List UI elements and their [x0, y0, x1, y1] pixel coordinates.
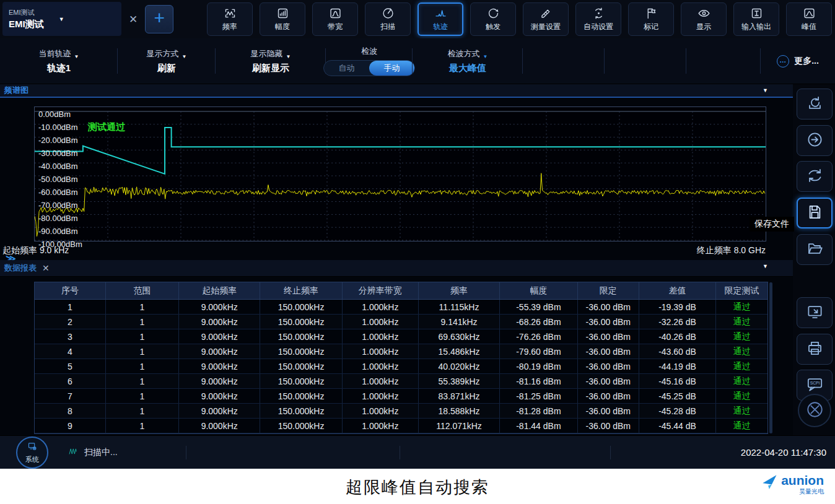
y-axis-tick-label: -20.00dBm: [38, 136, 78, 144]
reset-measure-button[interactable]: [797, 89, 833, 119]
table-cell: -68.26 dBm: [500, 315, 577, 329]
close-cross-button[interactable]: [798, 394, 831, 427]
table-row[interactable]: 719.000kHz150.000kHz1.000kHz83.871kHz-81…: [35, 389, 767, 404]
toolbar-button-sweep[interactable]: 扫描: [365, 2, 411, 36]
table-row[interactable]: 819.000kHz150.000kHz1.000kHz18.588kHz-81…: [35, 404, 767, 419]
toolbar-button-amplitude[interactable]: 幅度: [260, 2, 305, 36]
table-cell: -79.60 dBm: [500, 344, 577, 358]
scan-status-text: 扫描中...: [84, 447, 118, 458]
close-icon[interactable]: ✕: [42, 263, 50, 273]
waveform-icon: [67, 447, 79, 458]
add-tab-button[interactable]: +: [145, 5, 173, 33]
table-row[interactable]: 219.000kHz150.000kHz1.000kHz9.141kHz-68.…: [35, 315, 767, 329]
table-cell: 1: [106, 359, 179, 373]
display-mode-selector[interactable]: 显示方式▼ 刷新: [118, 38, 216, 84]
toolbar-button-peak[interactable]: 峰值: [786, 2, 832, 36]
table-cell: -43.60 dB: [639, 344, 716, 358]
y-axis-tick-label: -60.00dBm: [38, 188, 78, 196]
spectrum-svg: [35, 107, 766, 241]
table-cell: 9.141kHz: [419, 315, 500, 329]
close-icon[interactable]: ✕: [129, 13, 138, 26]
table-row[interactable]: 519.000kHz150.000kHz1.000kHz40.020kHz-80…: [35, 359, 767, 374]
toolbar-button-measure-settings[interactable]: 测量设置: [523, 2, 569, 36]
limit-test-result: 通过: [716, 404, 767, 418]
column-header: 频率: [419, 282, 500, 299]
table-cell: 1.000kHz: [343, 359, 419, 373]
brand-subtitle: 昊量光电: [799, 487, 824, 496]
table-cell: 8: [35, 404, 106, 418]
chevron-down-icon[interactable]: ▼: [763, 87, 768, 93]
toolbar-button-marker[interactable]: 标记: [628, 2, 674, 36]
figure-caption: 超限峰值自动搜索: [346, 476, 489, 498]
reset-measure-icon: [807, 95, 823, 114]
table-cell: -81.25 dBm: [500, 389, 577, 403]
toolbar-button-display[interactable]: 显示: [681, 2, 727, 36]
current-trace-selector[interactable]: 当前轨迹▼ 轨迹1: [0, 38, 118, 84]
table-cell: -45.25 dB: [639, 389, 716, 403]
table-cell: 40.020kHz: [419, 359, 500, 373]
amplitude-icon: [276, 7, 289, 20]
report-table-header: 序号范围起始频率终止频率分辨率带宽频率幅度限定差值限定测试: [35, 282, 767, 300]
table-row[interactable]: 619.000kHz150.000kHz1.000kHz55.389kHz-81…: [35, 374, 767, 389]
detector-cell: 检波 自动 手动: [326, 38, 413, 84]
table-scrollbar[interactable]: [769, 282, 772, 433]
y-axis-tick-label: -40.00dBm: [38, 162, 78, 170]
table-cell: -45.28 dB: [639, 404, 716, 418]
table-cell: 3: [35, 329, 106, 344]
save-file-button[interactable]: [797, 198, 833, 228]
toolbar-button-trace[interactable]: 轨迹: [418, 2, 463, 36]
statusbar-divider: [186, 446, 186, 459]
table-cell: 9.000kHz: [179, 300, 260, 314]
detector-label: 检波: [361, 46, 377, 57]
table-cell: 69.630kHz: [419, 329, 500, 344]
table-row[interactable]: 419.000kHz150.000kHz1.000kHz15.486kHz-79…: [35, 344, 767, 359]
limit-test-result: 通过: [716, 359, 767, 373]
clock-timestamp: 2022-04-20 11:47:30: [741, 436, 826, 469]
detector-mode-selector[interactable]: 检波方式▼ 最大峰值: [413, 38, 523, 84]
toolbar-button-input-output[interactable]: 输入输出: [733, 2, 779, 36]
detector-option-auto[interactable]: 自动: [324, 61, 369, 76]
frequency-icon: [224, 7, 237, 20]
table-cell: -36.00 dBm: [578, 329, 639, 344]
toolbar-button-label: 测量设置: [531, 22, 561, 32]
y-axis-tick-label: -70.00dBm: [38, 201, 78, 209]
statusbar-divider: [610, 446, 611, 459]
table-cell: 9.000kHz: [179, 359, 260, 373]
table-row[interactable]: 119.000kHz150.000kHz1.000kHz11.115kHz-55…: [35, 300, 767, 315]
toolbar-button-auto-settings[interactable]: 自动设置: [575, 2, 621, 36]
toolbar-button-bandwidth[interactable]: 带宽: [312, 2, 358, 36]
sync-button[interactable]: [797, 161, 833, 192]
table-cell: 150.000kHz: [260, 374, 342, 388]
table-cell: 2: [35, 315, 106, 329]
show-hide-selector[interactable]: 显示隐藏▼ 刷新显示: [216, 38, 326, 84]
table-cell: 9.000kHz: [179, 419, 260, 433]
chevron-down-icon[interactable]: ▼: [59, 16, 64, 22]
column-header: 序号: [35, 282, 106, 299]
screenshot-button[interactable]: [797, 297, 833, 328]
limit-test-result: 通过: [716, 419, 767, 433]
toolbar-button-trigger[interactable]: 触发: [470, 2, 516, 36]
brand-logo: aunion 昊量光电: [761, 474, 824, 496]
open-folder-button[interactable]: [797, 234, 833, 265]
table-cell: -81.28 dBm: [500, 404, 577, 418]
printer-button[interactable]: [797, 334, 833, 365]
system-button[interactable]: 系统: [16, 437, 48, 469]
y-axis-tick-label: -30.00dBm: [38, 149, 78, 157]
table-cell: -32.26 dB: [639, 315, 716, 329]
table-row[interactable]: 319.000kHz150.000kHz1.000kHz69.630kHz-76…: [35, 329, 767, 344]
table-cell: -55.39 dBm: [500, 300, 577, 314]
detector-option-manual[interactable]: 手动: [369, 61, 414, 76]
table-cell: -19.39 dB: [639, 300, 716, 314]
table-row[interactable]: 919.000kHz150.000kHz1.000kHz112.071kHz-8…: [35, 419, 767, 433]
mode-tab-emi[interactable]: EMI测试 EMI测试 ▼: [2, 2, 121, 36]
more-button[interactable]: … 更多...: [761, 38, 835, 84]
chevron-down-icon[interactable]: ▼: [763, 263, 768, 269]
data-report-section: 数据报表 ✕ ▼ 序号范围起始频率终止频率分辨率带宽频率幅度限定差值限定测试11…: [0, 260, 793, 435]
detector-auto-manual-toggle[interactable]: 自动 手动: [323, 60, 415, 76]
toolbar-button-label: 自动设置: [584, 22, 613, 32]
toolbar-button-label: 显示: [696, 22, 711, 32]
toolbar-button-frequency[interactable]: 频率: [207, 2, 253, 36]
current-trace-value: 轨迹1: [47, 63, 71, 74]
spectrum-plot[interactable]: 测试通过 0.00dBm-10.00dBm-20.00dBm-30.00dBm-…: [34, 106, 766, 241]
next-step-button[interactable]: [797, 125, 833, 156]
